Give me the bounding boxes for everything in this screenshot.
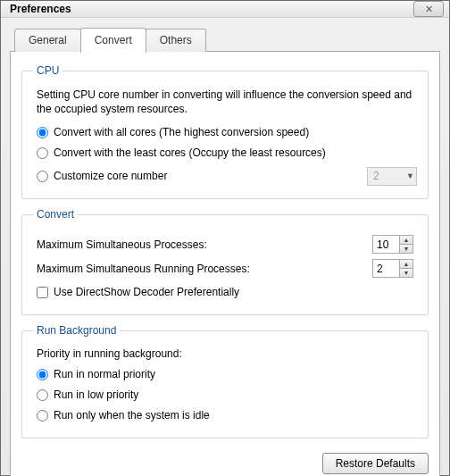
client-area: General Convert Others CPU Setting CPU c… bbox=[1, 18, 449, 476]
cpu-radio-custom-label[interactable]: Customize core number bbox=[54, 170, 167, 182]
max-run-spinner[interactable]: ▲ ▼ bbox=[372, 259, 413, 278]
group-convert: Convert Maximum Simultaneous Processes: … bbox=[21, 208, 429, 315]
runbg-radio-normal-label[interactable]: Run in normal priority bbox=[54, 368, 155, 380]
runbg-normal-row: Run in normal priority bbox=[37, 365, 417, 383]
runbg-priority-label: Priority in running background: bbox=[37, 347, 417, 360]
group-runbg: Run Background Priority in running backg… bbox=[21, 324, 429, 438]
max-run-input[interactable] bbox=[372, 259, 399, 278]
tab-others[interactable]: Others bbox=[146, 29, 206, 52]
cpu-radio-all-label[interactable]: Convert with all cores (The highest conv… bbox=[54, 126, 309, 138]
cpu-core-combo-value: 2 bbox=[373, 170, 379, 182]
cpu-description: Setting CPU core number in converting wi… bbox=[37, 88, 417, 116]
close-icon: ✕ bbox=[425, 4, 433, 15]
spinner-down-icon[interactable]: ▼ bbox=[399, 268, 413, 278]
cpu-radio-least-label[interactable]: Convert with the least cores (Occupy the… bbox=[54, 146, 326, 159]
cpu-option-least-row: Convert with the least cores (Occupy the… bbox=[37, 144, 417, 162]
group-cpu: CPU Setting CPU core number in convertin… bbox=[21, 64, 429, 199]
max-proc-spinner[interactable]: ▲ ▼ bbox=[372, 235, 413, 254]
cpu-option-custom-row: Customize core number 2 ▼ bbox=[33, 164, 417, 188]
max-proc-label: Maximum Simultaneous Processes: bbox=[37, 238, 207, 251]
group-cpu-legend: CPU bbox=[33, 64, 62, 77]
cpu-core-combo: 2 ▼ bbox=[367, 167, 417, 186]
cpu-radio-least[interactable] bbox=[37, 147, 48, 159]
max-proc-input[interactable] bbox=[372, 235, 399, 254]
restore-row: Restore Defaults bbox=[21, 453, 429, 474]
cpu-radio-all[interactable] bbox=[37, 127, 48, 138]
chevron-down-icon: ▼ bbox=[406, 171, 414, 180]
restore-defaults-button[interactable]: Restore Defaults bbox=[322, 453, 429, 474]
directshow-row: Use DirectShow Decoder Preferentially bbox=[37, 283, 417, 301]
runbg-radio-low-label[interactable]: Run in low priority bbox=[54, 388, 138, 401]
tabstrip: General Convert Others bbox=[10, 27, 440, 52]
close-button[interactable]: ✕ bbox=[413, 1, 444, 17]
group-convert-legend: Convert bbox=[33, 208, 78, 221]
max-proc-row: Maximum Simultaneous Processes: ▲ ▼ bbox=[37, 235, 413, 254]
window-title: Preferences bbox=[10, 3, 413, 15]
cpu-radio-custom[interactable] bbox=[37, 171, 48, 182]
runbg-radio-idle-label[interactable]: Run only when the system is idle bbox=[54, 409, 210, 422]
spinner-down-icon[interactable]: ▼ bbox=[399, 244, 413, 254]
spinner-up-icon[interactable]: ▲ bbox=[399, 259, 413, 268]
max-run-row: Maximum Simultaneous Running Processes: … bbox=[37, 259, 413, 278]
tabpage-convert: CPU Setting CPU core number in convertin… bbox=[10, 51, 440, 476]
runbg-low-row: Run in low priority bbox=[37, 386, 417, 404]
preferences-window: Preferences ✕ General Convert Others CPU… bbox=[0, 0, 450, 476]
max-run-label: Maximum Simultaneous Running Processes: bbox=[37, 263, 250, 275]
directshow-checkbox[interactable] bbox=[37, 287, 48, 298]
group-runbg-legend: Run Background bbox=[33, 324, 120, 337]
runbg-radio-normal[interactable] bbox=[37, 369, 48, 380]
directshow-label[interactable]: Use DirectShow Decoder Preferentially bbox=[54, 286, 239, 298]
titlebar: Preferences ✕ bbox=[1, 1, 449, 18]
tab-convert[interactable]: Convert bbox=[80, 28, 146, 53]
cpu-option-all-row: Convert with all cores (The highest conv… bbox=[37, 123, 417, 141]
runbg-radio-idle[interactable] bbox=[37, 410, 48, 422]
tab-general[interactable]: General bbox=[14, 29, 81, 52]
runbg-radio-low[interactable] bbox=[37, 389, 48, 401]
spinner-up-icon[interactable]: ▲ bbox=[399, 235, 413, 244]
runbg-idle-row: Run only when the system is idle bbox=[37, 406, 417, 424]
